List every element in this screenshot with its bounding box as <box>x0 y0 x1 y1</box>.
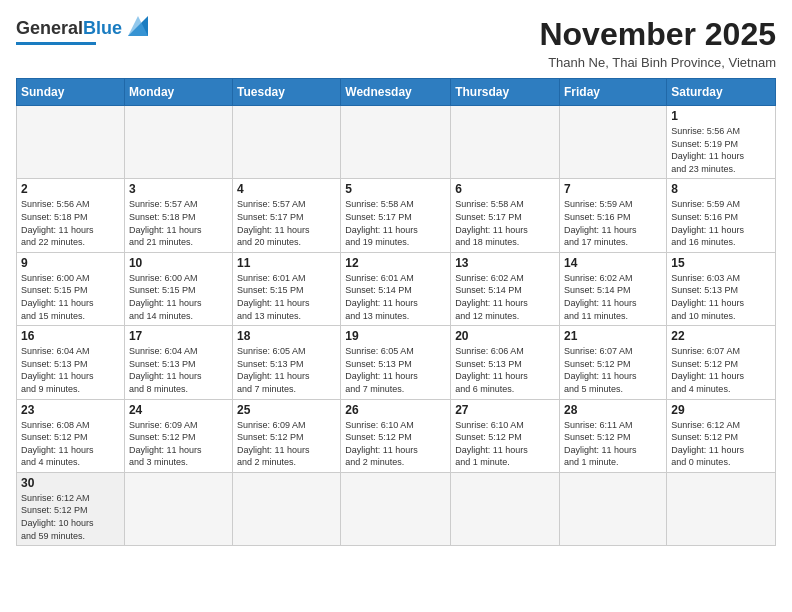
day-info: Sunrise: 6:04 AM Sunset: 5:13 PM Dayligh… <box>21 345 120 395</box>
calendar-cell: 27Sunrise: 6:10 AM Sunset: 5:12 PM Dayli… <box>451 399 560 472</box>
day-info: Sunrise: 6:00 AM Sunset: 5:15 PM Dayligh… <box>129 272 228 322</box>
day-info: Sunrise: 6:08 AM Sunset: 5:12 PM Dayligh… <box>21 419 120 469</box>
calendar-cell: 10Sunrise: 6:00 AM Sunset: 5:15 PM Dayli… <box>124 252 232 325</box>
day-number: 5 <box>345 182 446 196</box>
calendar-cell: 14Sunrise: 6:02 AM Sunset: 5:14 PM Dayli… <box>560 252 667 325</box>
calendar-cell <box>667 472 776 545</box>
day-info: Sunrise: 6:09 AM Sunset: 5:12 PM Dayligh… <box>237 419 336 469</box>
day-number: 29 <box>671 403 771 417</box>
calendar-cell: 28Sunrise: 6:11 AM Sunset: 5:12 PM Dayli… <box>560 399 667 472</box>
calendar-cell <box>341 472 451 545</box>
calendar-cell: 16Sunrise: 6:04 AM Sunset: 5:13 PM Dayli… <box>17 326 125 399</box>
day-info: Sunrise: 6:12 AM Sunset: 5:12 PM Dayligh… <box>671 419 771 469</box>
day-number: 15 <box>671 256 771 270</box>
day-info: Sunrise: 6:10 AM Sunset: 5:12 PM Dayligh… <box>455 419 555 469</box>
calendar-cell: 8Sunrise: 5:59 AM Sunset: 5:16 PM Daylig… <box>667 179 776 252</box>
day-info: Sunrise: 6:02 AM Sunset: 5:14 PM Dayligh… <box>564 272 662 322</box>
day-number: 27 <box>455 403 555 417</box>
day-number: 22 <box>671 329 771 343</box>
weekday-header-row: Sunday Monday Tuesday Wednesday Thursday… <box>17 79 776 106</box>
calendar-cell: 23Sunrise: 6:08 AM Sunset: 5:12 PM Dayli… <box>17 399 125 472</box>
month-title: November 2025 <box>539 16 776 53</box>
header-wednesday: Wednesday <box>341 79 451 106</box>
day-number: 8 <box>671 182 771 196</box>
day-info: Sunrise: 6:05 AM Sunset: 5:13 PM Dayligh… <box>237 345 336 395</box>
day-number: 19 <box>345 329 446 343</box>
calendar-cell <box>560 106 667 179</box>
day-number: 25 <box>237 403 336 417</box>
header-thursday: Thursday <box>451 79 560 106</box>
day-info: Sunrise: 5:56 AM Sunset: 5:19 PM Dayligh… <box>671 125 771 175</box>
day-info: Sunrise: 5:59 AM Sunset: 5:16 PM Dayligh… <box>671 198 771 248</box>
header-sunday: Sunday <box>17 79 125 106</box>
calendar-cell: 26Sunrise: 6:10 AM Sunset: 5:12 PM Dayli… <box>341 399 451 472</box>
day-number: 11 <box>237 256 336 270</box>
header-monday: Monday <box>124 79 232 106</box>
calendar-cell <box>233 106 341 179</box>
day-info: Sunrise: 6:05 AM Sunset: 5:13 PM Dayligh… <box>345 345 446 395</box>
header-friday: Friday <box>560 79 667 106</box>
day-number: 20 <box>455 329 555 343</box>
calendar-cell <box>124 472 232 545</box>
day-number: 18 <box>237 329 336 343</box>
calendar-cell: 12Sunrise: 6:01 AM Sunset: 5:14 PM Dayli… <box>341 252 451 325</box>
day-info: Sunrise: 6:01 AM Sunset: 5:15 PM Dayligh… <box>237 272 336 322</box>
day-number: 30 <box>21 476 120 490</box>
calendar-row: 9Sunrise: 6:00 AM Sunset: 5:15 PM Daylig… <box>17 252 776 325</box>
day-number: 2 <box>21 182 120 196</box>
day-info: Sunrise: 5:58 AM Sunset: 5:17 PM Dayligh… <box>455 198 555 248</box>
day-number: 16 <box>21 329 120 343</box>
day-info: Sunrise: 6:06 AM Sunset: 5:13 PM Dayligh… <box>455 345 555 395</box>
day-info: Sunrise: 6:07 AM Sunset: 5:12 PM Dayligh… <box>564 345 662 395</box>
logo: GeneralBlue <box>16 16 152 45</box>
calendar-cell: 24Sunrise: 6:09 AM Sunset: 5:12 PM Dayli… <box>124 399 232 472</box>
day-number: 28 <box>564 403 662 417</box>
calendar-cell: 19Sunrise: 6:05 AM Sunset: 5:13 PM Dayli… <box>341 326 451 399</box>
day-number: 14 <box>564 256 662 270</box>
day-info: Sunrise: 6:12 AM Sunset: 5:12 PM Dayligh… <box>21 492 120 542</box>
title-area: November 2025 Thanh Ne, Thai Binh Provin… <box>539 16 776 70</box>
calendar-cell <box>451 106 560 179</box>
calendar-cell <box>17 106 125 179</box>
day-number: 4 <box>237 182 336 196</box>
calendar-cell: 18Sunrise: 6:05 AM Sunset: 5:13 PM Dayli… <box>233 326 341 399</box>
day-number: 1 <box>671 109 771 123</box>
page-header: GeneralBlue November 2025 Thanh Ne, Thai… <box>16 16 776 70</box>
calendar-row: 23Sunrise: 6:08 AM Sunset: 5:12 PM Dayli… <box>17 399 776 472</box>
calendar-cell: 21Sunrise: 6:07 AM Sunset: 5:12 PM Dayli… <box>560 326 667 399</box>
calendar-cell <box>451 472 560 545</box>
calendar-cell: 3Sunrise: 5:57 AM Sunset: 5:18 PM Daylig… <box>124 179 232 252</box>
calendar-cell: 22Sunrise: 6:07 AM Sunset: 5:12 PM Dayli… <box>667 326 776 399</box>
header-tuesday: Tuesday <box>233 79 341 106</box>
day-info: Sunrise: 5:57 AM Sunset: 5:17 PM Dayligh… <box>237 198 336 248</box>
day-number: 6 <box>455 182 555 196</box>
logo-text: GeneralBlue <box>16 18 122 39</box>
calendar-cell <box>560 472 667 545</box>
day-info: Sunrise: 6:11 AM Sunset: 5:12 PM Dayligh… <box>564 419 662 469</box>
calendar-cell <box>124 106 232 179</box>
calendar-cell: 6Sunrise: 5:58 AM Sunset: 5:17 PM Daylig… <box>451 179 560 252</box>
calendar-cell: 20Sunrise: 6:06 AM Sunset: 5:13 PM Dayli… <box>451 326 560 399</box>
day-number: 23 <box>21 403 120 417</box>
location: Thanh Ne, Thai Binh Province, Vietnam <box>539 55 776 70</box>
logo-underline <box>16 42 96 45</box>
day-info: Sunrise: 6:02 AM Sunset: 5:14 PM Dayligh… <box>455 272 555 322</box>
header-saturday: Saturday <box>667 79 776 106</box>
day-info: Sunrise: 6:09 AM Sunset: 5:12 PM Dayligh… <box>129 419 228 469</box>
day-number: 24 <box>129 403 228 417</box>
day-info: Sunrise: 6:04 AM Sunset: 5:13 PM Dayligh… <box>129 345 228 395</box>
day-info: Sunrise: 5:57 AM Sunset: 5:18 PM Dayligh… <box>129 198 228 248</box>
calendar-cell: 25Sunrise: 6:09 AM Sunset: 5:12 PM Dayli… <box>233 399 341 472</box>
calendar-cell <box>233 472 341 545</box>
day-info: Sunrise: 6:01 AM Sunset: 5:14 PM Dayligh… <box>345 272 446 322</box>
day-info: Sunrise: 5:56 AM Sunset: 5:18 PM Dayligh… <box>21 198 120 248</box>
day-info: Sunrise: 6:03 AM Sunset: 5:13 PM Dayligh… <box>671 272 771 322</box>
calendar-cell: 7Sunrise: 5:59 AM Sunset: 5:16 PM Daylig… <box>560 179 667 252</box>
day-info: Sunrise: 6:07 AM Sunset: 5:12 PM Dayligh… <box>671 345 771 395</box>
day-info: Sunrise: 6:10 AM Sunset: 5:12 PM Dayligh… <box>345 419 446 469</box>
logo-icon <box>124 12 152 40</box>
calendar-cell: 4Sunrise: 5:57 AM Sunset: 5:17 PM Daylig… <box>233 179 341 252</box>
calendar-cell: 9Sunrise: 6:00 AM Sunset: 5:15 PM Daylig… <box>17 252 125 325</box>
day-info: Sunrise: 5:58 AM Sunset: 5:17 PM Dayligh… <box>345 198 446 248</box>
calendar-cell: 29Sunrise: 6:12 AM Sunset: 5:12 PM Dayli… <box>667 399 776 472</box>
